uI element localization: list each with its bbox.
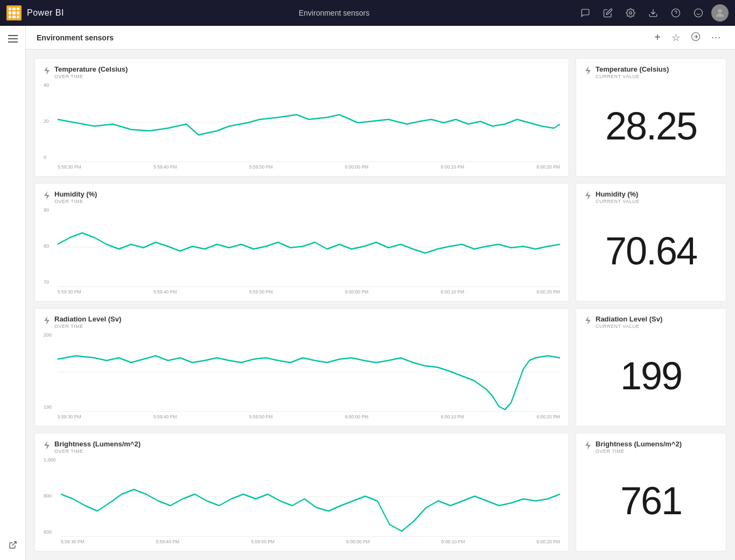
- lightning-icon: [44, 316, 50, 326]
- avatar[interactable]: [711, 4, 729, 22]
- more-button[interactable]: ···: [708, 30, 724, 45]
- card-header: Humidity (%) CURRENT VALUE: [585, 190, 717, 204]
- star-button[interactable]: ☆: [668, 30, 683, 46]
- card-titles: Radiation Level (Sv) CURRENT VALUE: [596, 315, 662, 329]
- temp-over-time-card: Temperature (Celsius) OVER TIME 40 20 0: [34, 58, 569, 177]
- svg-marker-22: [44, 441, 50, 450]
- svg-marker-17: [585, 191, 591, 200]
- brightness-value-subtitle: OVER TIME: [596, 449, 682, 454]
- radiation-x-labels: 5:59:30 PM 5:59:40 PM 5:59:50 PM 6:00:00…: [58, 414, 560, 419]
- brightness-value-display: 761: [585, 457, 717, 544]
- help-icon[interactable]: [666, 3, 685, 23]
- card-header: Brightness (Lumens/m^2) OVER TIME: [585, 440, 717, 454]
- y-label-70: 70: [44, 279, 55, 285]
- card-titles: Humidity (%) CURRENT VALUE: [596, 190, 640, 204]
- temp-x-labels: 5:59:30 PM 5:59:40 PM 5:59:50 PM 6:00:00…: [58, 164, 560, 170]
- svg-marker-10: [44, 66, 50, 75]
- logo-block: Power BI: [6, 5, 93, 20]
- humidity-x-labels: 5:59:30 PM 5:59:40 PM 5:59:50 PM 6:00:00…: [58, 289, 560, 295]
- card-header: Humidity (%) OVER TIME: [44, 190, 560, 204]
- edit-icon[interactable]: [598, 3, 618, 23]
- waffle-icon[interactable]: [6, 5, 22, 20]
- y-label-80: 80: [44, 243, 55, 249]
- sidebar-menu-button[interactable]: [4, 30, 22, 47]
- svg-point-0: [629, 12, 632, 15]
- toolbar-actions: + ☆ ···: [651, 29, 724, 46]
- svg-point-7: [718, 9, 722, 13]
- app-title: Power BI: [27, 8, 64, 18]
- card-header: Radiation Level (Sv) OVER TIME: [44, 315, 560, 329]
- svg-marker-14: [44, 191, 50, 200]
- radiation-chart-svg: [58, 332, 560, 413]
- dashboard: Temperature (Celsius) OVER TIME 40 20 0: [26, 50, 735, 560]
- svg-marker-18: [44, 316, 50, 325]
- radiation-chart-title: Radiation Level (Sv): [54, 315, 121, 323]
- radiation-current-card: Radiation Level (Sv) CURRENT VALUE 199: [576, 308, 726, 426]
- temp-chart-area: 40 20 0 5:59:30 PM 5:59:40 PM: [44, 82, 560, 170]
- humidity-chart-title: Humidity (%): [54, 190, 97, 198]
- humidity-chart-area: 90 80 70 5:59:30 PM 5:59:40 PM: [44, 207, 560, 295]
- temp-value-subtitle: CURRENT VALUE: [596, 74, 669, 79]
- humidity-chart-subtitle: OVER TIME: [54, 199, 97, 204]
- brightness-chart-area: 1,000 800 600 5:59:30 PM 5:59:40 PM: [44, 457, 560, 544]
- settings-icon[interactable]: [621, 3, 640, 23]
- main-area: Environment sensors + ☆ ··· Tempera: [26, 26, 735, 560]
- nav-page-title: Environment sensors: [98, 9, 570, 17]
- nav-actions: [576, 3, 729, 23]
- y-label-90: 90: [44, 207, 55, 213]
- humidity-over-time-card: Humidity (%) OVER TIME 90 80 70: [34, 183, 569, 302]
- y-label-20: 20: [44, 118, 55, 124]
- y-label-190: 190: [44, 404, 55, 410]
- radiation-chart-subtitle: OVER TIME: [54, 324, 121, 329]
- y-label-1000: 1,000: [44, 457, 59, 463]
- radiation-value-display: 199: [585, 332, 717, 419]
- temp-value-display: 28.25: [585, 82, 717, 170]
- humidity-chart-svg: [58, 207, 560, 288]
- lightning-icon: [585, 66, 591, 76]
- card-titles: Brightness (Lumens/m^2) OVER TIME: [54, 440, 141, 454]
- y-label-40: 40: [44, 82, 55, 88]
- temp-chart-subtitle: OVER TIME: [54, 74, 128, 79]
- temp-value-title: Temperature (Celsius): [596, 65, 669, 73]
- brightness-chart-title: Brightness (Lumens/m^2): [54, 440, 141, 448]
- temp-chart-title: Temperature (Celsius): [54, 65, 128, 73]
- y-label-800: 800: [44, 493, 59, 499]
- humidity-current-card: Humidity (%) CURRENT VALUE 70.64: [576, 183, 726, 302]
- radiation-chart-area: 200 190 5:59:30 PM 5:59:40 PM 5:59:50 PM: [44, 332, 560, 419]
- humidity-value-title: Humidity (%): [596, 190, 640, 198]
- y-label-0: 0: [44, 155, 55, 160]
- temp-chart-svg: [58, 82, 560, 163]
- chat-icon[interactable]: [576, 3, 595, 23]
- lightning-icon: [44, 191, 50, 201]
- y-label-200: 200: [44, 332, 55, 338]
- download-icon[interactable]: [643, 3, 663, 23]
- brightness-current-card: Brightness (Lumens/m^2) OVER TIME 761: [576, 433, 726, 551]
- radiation-value-title: Radiation Level (Sv): [596, 315, 662, 323]
- lightning-icon: [585, 441, 591, 451]
- humidity-value-subtitle: CURRENT VALUE: [596, 199, 640, 204]
- temp-current-card: Temperature (Celsius) CURRENT VALUE 28.2…: [576, 58, 726, 177]
- share-button[interactable]: [688, 30, 704, 46]
- svg-point-2: [672, 9, 680, 17]
- smiley-icon[interactable]: [689, 3, 708, 23]
- radiation-value-subtitle: CURRENT VALUE: [596, 324, 662, 329]
- lightning-icon: [585, 316, 591, 326]
- radiation-over-time-card: Radiation Level (Sv) OVER TIME 200 190: [34, 308, 569, 426]
- card-titles: Radiation Level (Sv) OVER TIME: [54, 315, 121, 329]
- svg-marker-21: [585, 316, 591, 325]
- brightness-over-time-card: Brightness (Lumens/m^2) OVER TIME 1,000 …: [34, 433, 569, 551]
- card-titles: Brightness (Lumens/m^2) OVER TIME: [596, 440, 682, 454]
- svg-marker-13: [585, 66, 591, 75]
- toolbar-title: Environment sensors: [37, 33, 645, 42]
- svg-point-4: [695, 9, 703, 17]
- brightness-chart-subtitle: OVER TIME: [54, 449, 141, 454]
- brightness-chart-svg: [61, 457, 560, 538]
- brightness-x-labels: 5:59:30 PM 5:59:40 PM 5:59:50 PM 6:00:00…: [61, 539, 560, 544]
- toolbar: Environment sensors + ☆ ···: [26, 26, 735, 50]
- card-titles: Temperature (Celsius) CURRENT VALUE: [596, 65, 669, 79]
- add-button[interactable]: +: [651, 29, 664, 46]
- brightness-value-title: Brightness (Lumens/m^2): [596, 440, 682, 448]
- svg-line-8: [12, 542, 16, 545]
- card-header: Temperature (Celsius) CURRENT VALUE: [585, 65, 717, 79]
- external-link-icon[interactable]: [4, 536, 22, 554]
